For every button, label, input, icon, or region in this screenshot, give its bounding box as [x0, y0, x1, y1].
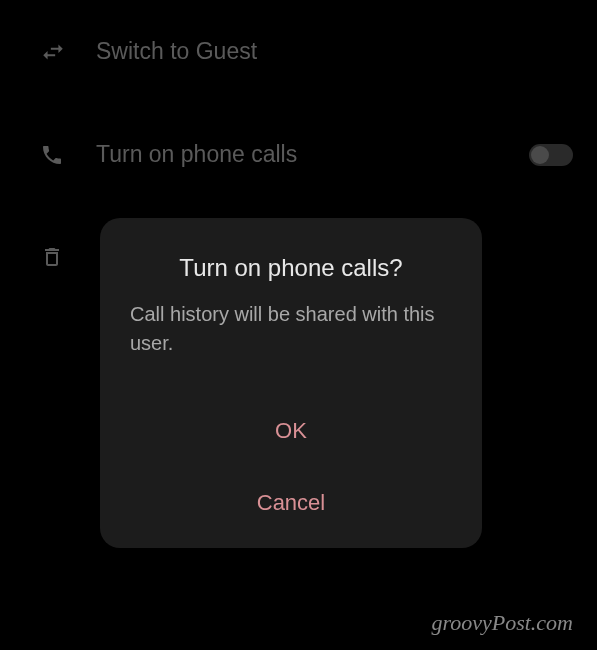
switch-to-guest-item[interactable]: Switch to Guest: [0, 20, 597, 83]
swap-icon: [40, 39, 96, 65]
trash-icon: [40, 244, 96, 270]
watermark-text: groovyPost.com: [431, 610, 573, 636]
phone-icon: [40, 143, 96, 167]
toggle-thumb: [531, 146, 549, 164]
list-item-label: Switch to Guest: [96, 38, 573, 65]
cancel-button[interactable]: Cancel: [237, 480, 345, 526]
list-item-label: Turn on phone calls: [96, 141, 529, 168]
confirm-dialog: Turn on phone calls? Call history will b…: [100, 218, 482, 548]
dialog-message: Call history will be shared with this us…: [130, 300, 452, 358]
ok-button[interactable]: OK: [255, 408, 327, 454]
phone-calls-toggle[interactable]: [529, 144, 573, 166]
phone-calls-item[interactable]: Turn on phone calls: [0, 123, 597, 186]
dialog-title: Turn on phone calls?: [130, 254, 452, 282]
dialog-actions: OK Cancel: [130, 408, 452, 526]
